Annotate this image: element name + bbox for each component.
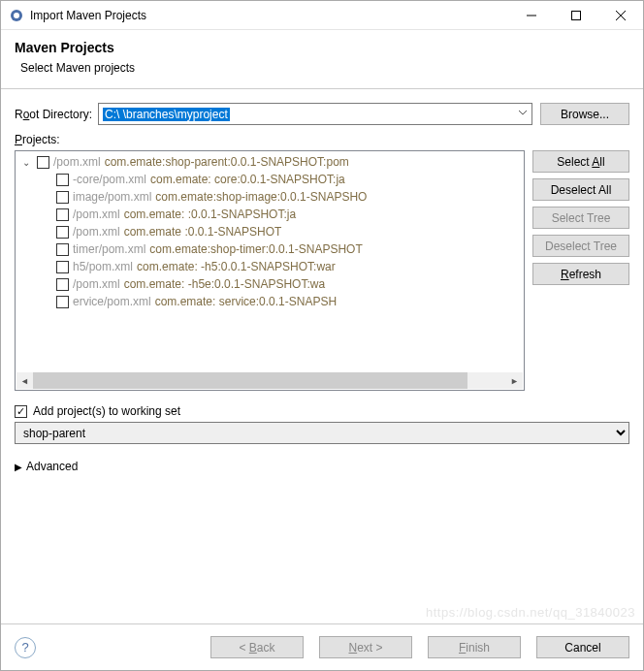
project-row[interactable]: h5/pom.xml com.emate: -h5:0.0.1-SNAPSHOT… — [19, 258, 524, 275]
root-directory-input[interactable]: C:\ \branches\myproject — [98, 103, 532, 125]
back-button[interactable]: < Back — [210, 636, 304, 658]
cancel-button[interactable]: Cancel — [536, 636, 629, 658]
wizard-footer: ? < Back Next > Finish Cancel — [1, 623, 643, 670]
close-button[interactable] — [598, 1, 643, 30]
browse-button[interactable]: Browse... — [540, 103, 629, 125]
next-button[interactable]: Next > — [319, 636, 412, 658]
project-row[interactable]: /pom.xml com.emate :0.0.1-SNAPSHOT — [19, 223, 524, 240]
scrollbar-thumb[interactable] — [33, 372, 467, 389]
tree-side-buttons: Select All Deselect All Select Tree Dese… — [532, 150, 629, 391]
working-set-row: Add project(s) to working set — [15, 404, 629, 418]
project-pom-path: ervice/pom.xml — [73, 295, 151, 308]
project-coordinates: com.emate :0.0.1-SNAPSHOT — [124, 225, 282, 239]
project-row[interactable]: /pom.xml com.emate: -h5e:0.0.1-SNAPSHOT:… — [19, 275, 524, 293]
help-icon[interactable]: ? — [15, 637, 36, 658]
project-checkbox[interactable] — [56, 296, 69, 308]
project-pom-path: /pom.xml — [53, 155, 101, 169]
project-coordinates: com.emate: -h5:0.0.1-SNAPSHOT:war — [137, 260, 336, 273]
projects-tree[interactable]: ⌄ /pom.xml com.emate:shop-parent:0.0.1-S… — [15, 150, 525, 391]
project-row[interactable]: timer/pom.xml com.emate:shop-timer:0.0.1… — [19, 240, 524, 258]
project-row[interactable]: image/pom.xml com.emate:shop-image:0.0.1… — [19, 188, 524, 206]
project-pom-path: /pom.xml — [73, 277, 120, 291]
project-checkbox[interactable] — [56, 243, 69, 256]
project-coordinates: com.emate: :0.0.1-SNAPSHOT:ja — [124, 208, 296, 221]
project-coordinates: com.emate:shop-image:0.0.1-SNAPSHO — [155, 190, 367, 204]
deselect-all-button[interactable]: Deselect All — [532, 178, 629, 201]
banner-heading: Maven Projects — [15, 40, 629, 55]
scroll-right-icon[interactable]: ► — [506, 372, 523, 389]
horizontal-scrollbar[interactable]: ◄ ► — [16, 372, 523, 389]
working-set-label: Add project(s) to working set — [33, 404, 180, 418]
refresh-button[interactable]: Refresh — [532, 263, 629, 285]
project-checkbox[interactable] — [37, 156, 49, 169]
triangle-right-icon: ▶ — [15, 462, 22, 472]
project-pom-path: h5/pom.xml — [73, 260, 133, 273]
project-row[interactable]: ⌄ /pom.xml com.emate:shop-parent:0.0.1-S… — [19, 153, 524, 171]
working-set-select[interactable]: shop-parent — [15, 422, 629, 444]
wizard-banner: Maven Projects Select Maven projects — [1, 30, 643, 89]
minimize-button[interactable] — [509, 1, 554, 30]
project-checkbox[interactable] — [56, 174, 69, 186]
project-row[interactable]: /pom.xml com.emate: :0.0.1-SNAPSHOT:ja — [19, 206, 524, 223]
banner-subtitle: Select Maven projects — [20, 61, 629, 75]
project-pom-path: /pom.xml — [73, 208, 120, 221]
scroll-left-icon[interactable]: ◄ — [16, 372, 33, 389]
svg-point-1 — [14, 13, 19, 18]
svg-rect-3 — [572, 11, 581, 19]
project-coordinates: com.emate: service:0.0.1-SNAPSH — [155, 295, 337, 308]
project-checkbox[interactable] — [56, 191, 69, 204]
project-coordinates: com.emate: -h5e:0.0.1-SNAPSHOT:wa — [124, 277, 325, 291]
select-tree-button[interactable]: Select Tree — [532, 207, 629, 229]
select-all-button[interactable]: Select All — [532, 150, 629, 173]
project-checkbox[interactable] — [56, 278, 69, 291]
project-checkbox[interactable] — [56, 226, 69, 239]
project-pom-path: -core/pom.xml — [73, 173, 146, 186]
project-coordinates: com.emate: core:0.0.1-SNAPSHOT:ja — [150, 173, 345, 186]
advanced-toggle[interactable]: ▶ Advanced — [15, 460, 629, 473]
project-row[interactable]: ervice/pom.xml com.emate: service:0.0.1-… — [19, 293, 524, 310]
deselect-tree-button[interactable]: Deselect Tree — [532, 235, 629, 257]
project-coordinates: com.emate:shop-parent:0.0.1-SNAPSHOT:pom — [105, 155, 349, 169]
project-pom-path: /pom.xml — [73, 225, 120, 239]
window-title: Import Maven Projects — [30, 9, 509, 22]
watermark: https://blog.csdn.net/qq_31840023 — [426, 605, 635, 620]
projects-label: Projects: — [15, 133, 629, 146]
finish-button[interactable]: Finish — [428, 636, 521, 658]
project-checkbox[interactable] — [56, 261, 69, 273]
project-pom-path: timer/pom.xml — [73, 242, 145, 256]
root-directory-label: Root Directory: — [15, 108, 92, 121]
chevron-down-icon — [518, 107, 528, 120]
titlebar: Import Maven Projects — [1, 1, 643, 30]
maximize-button[interactable] — [554, 1, 598, 30]
project-row[interactable]: -core/pom.xml com.emate: core:0.0.1-SNAP… — [19, 171, 524, 188]
project-coordinates: com.emate:shop-timer:0.0.1-SNAPSHOT — [149, 242, 362, 256]
project-pom-path: image/pom.xml — [73, 190, 151, 204]
twisty-icon[interactable]: ⌄ — [19, 157, 33, 168]
project-checkbox[interactable] — [56, 208, 69, 221]
app-icon — [9, 8, 24, 23]
working-set-checkbox[interactable] — [15, 405, 27, 418]
